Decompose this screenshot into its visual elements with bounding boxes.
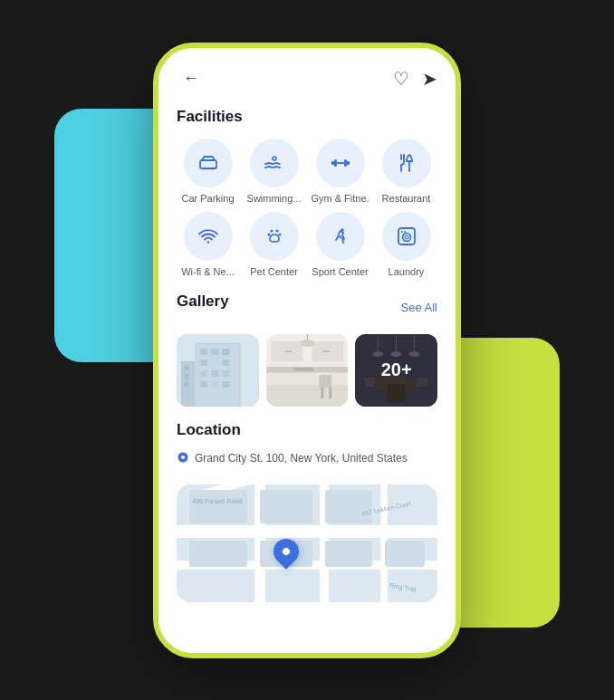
facility-swimming[interactable]: Swimming... (243, 139, 305, 205)
swimming-icon (264, 152, 285, 174)
facility-icon-wrap (184, 139, 233, 187)
map-block-3 (325, 490, 372, 523)
svg-rect-39 (184, 382, 188, 387)
svg-point-63 (409, 351, 420, 357)
svg-point-11 (275, 229, 278, 232)
svg-rect-23 (200, 349, 207, 355)
map-block-7 (385, 541, 424, 567)
wifi-icon (197, 225, 219, 247)
facility-sport-center[interactable]: Sport Center (309, 212, 371, 278)
phone-frame: ← ♡ ➤ Facilities (153, 43, 461, 658)
facility-restaurant[interactable]: Restaurant (375, 139, 437, 205)
svg-point-9 (206, 241, 208, 243)
svg-point-59 (373, 351, 384, 357)
see-all-button[interactable]: See All (401, 301, 437, 314)
svg-rect-28 (222, 360, 229, 366)
svg-point-1 (203, 167, 206, 169)
svg-point-16 (402, 233, 410, 241)
gallery-title: Gallery (177, 292, 229, 311)
svg-rect-42 (266, 372, 348, 385)
svg-rect-7 (344, 159, 347, 167)
map-label-ring: Ring Trail (389, 581, 417, 592)
facility-icon-wrap (382, 212, 431, 261)
car-parking-icon (197, 152, 219, 174)
svg-point-67 (181, 455, 185, 459)
street-horizontal-1 (177, 525, 437, 538)
svg-rect-41 (266, 384, 348, 407)
dark-room-image: 20+ (355, 334, 437, 407)
svg-point-12 (267, 233, 270, 235)
gallery-thumb-kitchen[interactable] (266, 334, 349, 407)
kitchen-image (266, 334, 349, 407)
svg-rect-33 (211, 381, 218, 388)
facility-car-parking[interactable]: Car Parking (177, 139, 239, 205)
svg-rect-37 (184, 366, 188, 370)
facility-gym[interactable]: Gym & Fitne. (309, 139, 371, 205)
share-icon[interactable]: ➤ (422, 68, 437, 90)
facility-icon-wrap (250, 212, 299, 261)
gallery-thumb-count[interactable]: 20+ (355, 334, 437, 407)
facility-wifi[interactable]: Wi-fi & Ne... (177, 212, 239, 278)
map-pin (273, 539, 299, 564)
pin-circle (268, 533, 304, 570)
facilities-section: Facilities Car Parking (158, 102, 456, 287)
svg-point-10 (270, 229, 273, 232)
facility-icon-wrap (184, 212, 233, 261)
gallery-header: Gallery See All (177, 292, 437, 323)
svg-rect-5 (347, 161, 350, 165)
map-block-4 (189, 541, 246, 567)
facility-pet-center[interactable]: Pet Center (243, 212, 305, 278)
svg-rect-27 (211, 360, 218, 366)
svg-rect-49 (293, 368, 313, 371)
svg-rect-4 (331, 161, 334, 165)
facility-laundry[interactable]: Laundry (375, 212, 437, 278)
sport-icon (330, 225, 351, 247)
svg-rect-38 (184, 374, 188, 379)
map-block-6 (325, 541, 372, 567)
facility-label: Swimming... (247, 193, 302, 205)
facility-label: Sport Center (312, 266, 368, 278)
svg-rect-0 (200, 160, 216, 168)
map-container[interactable]: 498 Farwell Road 657 Lukken Court Ring T… (177, 484, 437, 602)
svg-point-61 (391, 351, 402, 357)
gallery-section: Gallery See All (158, 287, 456, 416)
svg-point-19 (404, 231, 406, 233)
location-section: Location Grand City St. 100, New York, U… (158, 416, 456, 484)
svg-rect-26 (200, 360, 207, 366)
svg-point-18 (401, 231, 403, 233)
svg-point-13 (278, 233, 281, 235)
svg-rect-31 (222, 370, 229, 377)
header: ← ♡ ➤ (158, 48, 456, 102)
svg-rect-65 (417, 378, 428, 387)
phone-shell: ← ♡ ➤ Facilities (153, 43, 461, 658)
svg-rect-29 (200, 370, 207, 377)
svg-rect-30 (211, 370, 218, 377)
facilities-title: Facilities (177, 108, 437, 126)
svg-rect-8 (337, 162, 344, 164)
map-background: 498 Farwell Road 657 Lukken Court Ring T… (177, 484, 437, 602)
facility-icon-wrap (316, 212, 365, 261)
svg-rect-34 (222, 381, 229, 388)
facility-icon-wrap (316, 139, 365, 187)
pin-inner (281, 547, 291, 557)
gallery-grid: 20+ (177, 334, 437, 407)
map-block-2 (260, 490, 312, 523)
svg-rect-32 (200, 381, 207, 388)
svg-point-17 (405, 235, 408, 239)
favorite-icon[interactable]: ♡ (393, 68, 409, 90)
pet-icon (264, 225, 285, 247)
facility-label: Wi-fi & Ne... (181, 266, 235, 278)
svg-rect-47 (322, 350, 330, 352)
location-address-text: Grand City St. 100, New York, United Sta… (195, 452, 408, 465)
svg-rect-25 (222, 349, 229, 355)
svg-rect-52 (329, 388, 331, 398)
svg-rect-50 (319, 375, 331, 388)
location-pin-icon (177, 452, 189, 465)
map-block-1 (189, 490, 246, 523)
back-button[interactable]: ← (177, 64, 206, 93)
map-label-farwell: 498 Farwell Road (192, 498, 242, 504)
svg-point-54 (300, 340, 314, 347)
facility-icon-wrap (250, 139, 299, 187)
svg-rect-57 (388, 384, 406, 402)
gallery-thumb-building[interactable] (177, 334, 259, 407)
